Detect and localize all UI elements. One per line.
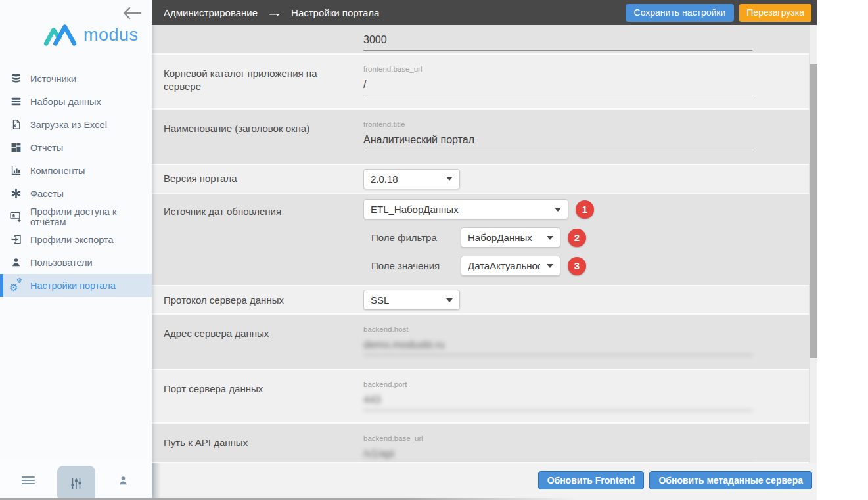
filter-field-select[interactable]: НаборДанных	[461, 227, 560, 248]
select-value: НаборДанных	[468, 232, 532, 243]
frontend-port-input[interactable]: 3000	[363, 34, 752, 51]
sidebar-item-label: Загрузка из Excel	[30, 120, 107, 130]
sidebar-item-excel-upload[interactable]: xЗагрузка из Excel	[0, 113, 152, 136]
sidebar-item-report-access-profiles[interactable]: Профили доступа к отчётам	[0, 205, 152, 228]
breadcrumb-section: Администрирование	[164, 7, 258, 18]
backend-port-input[interactable]: 443	[363, 394, 752, 411]
svg-text:x: x	[13, 122, 16, 129]
backend-protocol-select[interactable]: SSL	[363, 290, 460, 310]
field-label: Адрес сервера данных	[164, 315, 363, 369]
field-area: ETL_НаборДанных1Поле фильтраНаборДанных2…	[363, 194, 809, 285]
backend-base-url-input[interactable]: /v1/api	[363, 448, 752, 463]
select-value: ETL_НаборДанных	[371, 204, 459, 215]
sidebar-item-label: Настройки портала	[30, 281, 116, 291]
settings-row-backend-host: Адрес сервера данныхbackend.hostdemo.mod…	[152, 315, 809, 370]
settings-row-frontend-port: 3000	[152, 25, 809, 55]
save-settings-button[interactable]: Сохранить настройки	[626, 4, 735, 22]
sidebar-item-sources[interactable]: Источники	[0, 67, 152, 90]
reload-button[interactable]: Перезагрузка	[739, 4, 811, 22]
app-root: modus ИсточникиНаборы данныхxЗагрузка из…	[0, 0, 868, 500]
collapse-sidebar-button[interactable]	[122, 5, 143, 21]
update-dates-source-select[interactable]: ETL_НаборДанных	[363, 199, 568, 219]
sub-field-label: Поле значения	[363, 260, 461, 271]
chevron-down-icon	[446, 298, 453, 302]
person-icon	[10, 257, 22, 269]
breadcrumb: Администрирование → Настройки портала	[164, 7, 379, 18]
sidebar-bottom-sliders-button[interactable]	[57, 466, 95, 500]
back-arrow-icon	[122, 5, 143, 21]
settings-gears-icon: ⚙⚙	[10, 280, 22, 292]
sub-row-value-field: Поле значенияДатаАктуальнос3	[363, 256, 809, 276]
sidebar-item-label: Фасеты	[30, 189, 64, 199]
sidebar-item-label: Профили доступа к отчётам	[30, 206, 152, 227]
sidebar-item-export-profiles[interactable]: Профили экспорта	[0, 228, 152, 251]
sidebar: modus ИсточникиНаборы данныхxЗагрузка из…	[0, 0, 152, 500]
select-value: ДатаАктуальнос	[468, 260, 540, 271]
chevron-down-icon	[547, 236, 553, 240]
main-panel: Администрирование → Настройки портала Со…	[152, 0, 817, 500]
settings-row-portal-version: Версия портала2.0.18	[152, 165, 809, 194]
database-icon	[10, 73, 22, 85]
hamburger-icon	[21, 474, 35, 486]
select-value: SSL	[371, 294, 389, 306]
settings-row-frontend-title: Наименование (заголовок окна)frontend.ti…	[152, 110, 809, 165]
sidebar-item-label: Профили экспорта	[30, 235, 114, 245]
bar-chart-icon	[10, 165, 22, 177]
sidebar-menu: ИсточникиНаборы данныхxЗагрузка из Excel…	[0, 67, 152, 297]
sliders-icon	[70, 477, 83, 490]
field-area: SSL	[363, 290, 809, 310]
frontend-base-url-input[interactable]: /	[363, 79, 752, 95]
sidebar-item-users[interactable]: Пользователи	[0, 251, 152, 274]
update-frontend-button[interactable]: Обновить Frontend	[538, 471, 645, 489]
field-area: backend.base_url/v1/api	[363, 424, 809, 462]
footer: Обновить Frontend Обновить метаданные се…	[152, 463, 817, 500]
sidebar-shadow	[152, 463, 161, 500]
portal-version-select[interactable]: 2.0.18	[363, 169, 460, 189]
value-field-select[interactable]: ДатаАктуальнос	[461, 256, 560, 276]
scrollbar-thumb[interactable]	[810, 64, 817, 358]
settings-row-frontend-base-url: Корневой каталог приложения на сервереfr…	[152, 55, 809, 110]
sub-field-label: Поле фильтра	[363, 232, 461, 243]
sidebar-item-label: Компоненты	[30, 166, 85, 176]
logo-text: modus	[83, 25, 139, 45]
sidebar-item-components[interactable]: Компоненты	[0, 159, 152, 182]
sidebar-item-facets[interactable]: Фасеты	[0, 182, 152, 205]
field-label	[164, 25, 363, 53]
settings-row-backend-base-url: Путь к API данныхbackend.base_url/v1/api	[152, 424, 809, 463]
backend-host-input[interactable]: demo.modusbi.ru	[363, 339, 752, 355]
asterisk-icon	[10, 188, 22, 200]
update-metadata-button[interactable]: Обновить метаданные сервера	[649, 471, 812, 489]
field-area: backend.port443	[363, 370, 809, 422]
chevron-down-icon	[446, 177, 453, 181]
settings-form: 3000Корневой каталог приложения на серве…	[152, 25, 809, 463]
field-label: Наименование (заголовок окна)	[164, 110, 363, 164]
field-label: Путь к API данных	[164, 424, 363, 462]
field-hint: frontend.base_url	[363, 65, 752, 73]
field-label: Корневой каталог приложения на сервере	[164, 55, 363, 108]
sidebar-bottom-profile-button[interactable]	[109, 466, 138, 495]
topbar: Администрирование → Настройки портала Со…	[152, 0, 817, 25]
person-icon	[118, 475, 129, 486]
sidebar-bottom-menu-button[interactable]	[14, 466, 43, 495]
sidebar-item-label: Отчеты	[30, 143, 63, 153]
sidebar-item-datasets[interactable]: Наборы данных	[0, 90, 152, 113]
field-area: frontend.base_url/	[363, 55, 809, 108]
frontend-title-input[interactable]: Аналитический портал	[363, 134, 752, 150]
excel-file-icon: x	[10, 119, 22, 131]
settings-row-backend-port: Порт сервера данныхbackend.port443	[152, 370, 809, 424]
export-icon	[10, 234, 22, 246]
field-area: 3000	[363, 25, 809, 53]
sidebar-item-label: Наборы данных	[30, 97, 101, 107]
breadcrumb-arrow-icon: →	[266, 7, 283, 18]
settings-row-backend-protocol: Протокол сервера данныхSSL	[152, 286, 809, 315]
sidebar-item-label: Источники	[30, 74, 76, 84]
sub-row-filter-field: Поле фильтраНаборДанных2	[363, 227, 809, 248]
sidebar-item-portal-settings[interactable]: ⚙⚙Настройки портала	[0, 274, 152, 297]
field-label: Версия портала	[164, 172, 363, 185]
chevron-down-icon	[555, 208, 561, 212]
scrollbar[interactable]	[809, 25, 817, 463]
sidebar-item-reports[interactable]: Отчеты	[0, 136, 152, 159]
field-area: 2.0.18	[363, 169, 809, 189]
breadcrumb-page: Настройки портала	[291, 7, 379, 18]
topbar-actions: Сохранить настройки Перезагрузка	[626, 4, 811, 22]
